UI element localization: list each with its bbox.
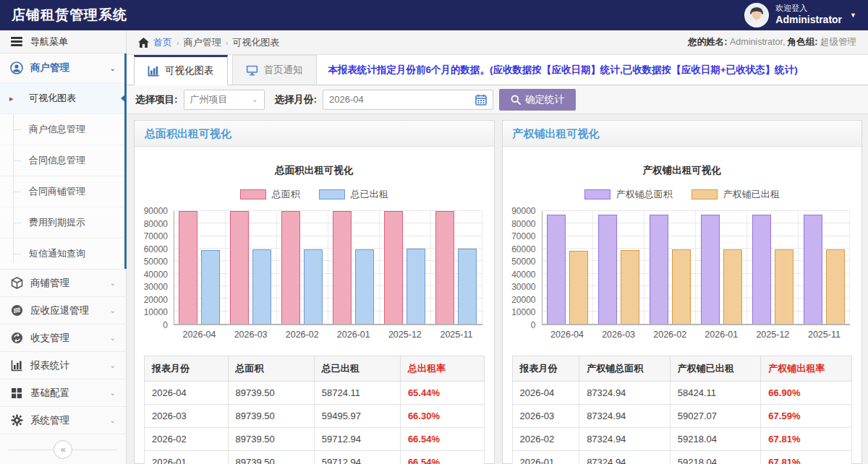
breadcrumb-separator: › [176,38,179,47]
chevron-down-icon: ⌄ [110,334,116,342]
stats-table: 报表月份产权铺总面积产权铺已出租产权铺出租率2026-0487324.94584… [512,356,853,464]
submenu-label: 合同商铺管理 [29,185,85,198]
chart-title: 总面积出租可视化 [135,164,494,177]
tab-home-notice[interactable]: 首页通知 [232,55,317,85]
sidebar-item-merchant-info[interactable]: 商户信息管理 [0,113,126,145]
table-row: 2026-0289739.5059712.9466.54% [145,428,485,451]
column-header: 总出租率 [400,356,484,382]
table-cell: 87324.94 [579,451,671,464]
table-cell: 59495.97 [314,405,400,428]
bar [407,249,425,324]
y-tick-label: 60000 [511,244,535,254]
legend-item: 产权铺已出租 [692,188,780,201]
user-menu[interactable]: 欢迎登入 Administrator ▼ [744,3,856,27]
breadcrumb-item[interactable]: 商户管理 [184,36,221,49]
sidebar-group-reports[interactable]: 报表统计 ⌄ [0,351,126,379]
chart-xlabels: 2026-042026-032026-022026-012025-122025-… [542,330,851,344]
column-header: 产权铺出租率 [761,356,852,382]
chart-yaxis: 0100002000030000400005000060000700008000… [507,211,539,325]
filter-bar: 选择项目: 广州项目 ⌄ 选择月份: 确定统计 [127,85,868,114]
sidebar-nav-header[interactable]: 导航菜单 [0,30,126,53]
legend-swatch [692,189,718,199]
table-cell: 2026-03 [512,405,579,428]
x-tick-label: 2025-11 [430,330,482,344]
table-cell: 87324.94 [579,405,671,428]
bar [547,215,566,324]
legend-swatch [584,189,610,199]
submenu-label: 可视化图表 [29,92,76,105]
project-select[interactable]: 广州项目 ⌄ [184,90,265,110]
submenu-label: 费用到期提示 [29,216,85,229]
sidebar-item-contract-shop[interactable]: 合同商铺管理 [0,176,126,207]
hamburger-icon[interactable] [11,35,22,48]
submenu-label: 短信通知查询 [29,247,85,260]
user-circle-icon [10,61,23,74]
sidebar-item-fee-expiry[interactable]: 费用到期提示 [0,207,126,238]
calendar-icon[interactable] [475,94,487,106]
panel-title: 总面积出租可视化 [135,121,494,147]
bar [621,250,639,324]
bar-group [380,211,431,324]
chevron-down-icon: ⌄ [110,389,116,397]
sidebar-item-visual-charts[interactable]: ▸ 可视化图表 [0,82,126,113]
y-tick-label: 20000 [144,295,168,305]
bar [701,215,720,324]
table-cell: 2026-01 [145,451,229,464]
group-label: 系统管理 [30,414,69,427]
sidebar-group-system[interactable]: 系统管理 ⌄ [0,406,126,434]
bar [252,249,271,324]
table-cell: 66.90% [761,382,852,405]
sidebar-item-contract-info[interactable]: 合同信息管理 [0,145,126,176]
month-input[interactable] [329,94,475,105]
table-row: 2026-0287324.9459218.0467.81% [512,428,852,451]
bar [384,211,403,324]
caret-down-icon[interactable]: ▼ [850,12,856,19]
y-tick-label: 40000 [511,270,535,280]
sidebar-item-sms-query[interactable]: 短信通知查询 [0,238,126,269]
sidebar-group-shops[interactable]: 商铺管理 ⌄ [0,269,126,296]
legend-label: 产权铺总面积 [616,188,673,201]
bar [752,215,771,324]
bar-group [542,211,594,324]
sidebar-group-merchant[interactable]: 商户管理 ⌄ [0,53,126,82]
table-row: 2026-0387324.9459027.0767.59% [512,405,852,428]
y-tick-label: 90000 [511,206,535,216]
y-tick-label: 60000 [144,244,168,254]
bar-group [799,211,850,324]
confirm-statistics-button[interactable]: 确定统计 [499,89,576,111]
bar-group [431,211,482,324]
home-icon [138,38,149,48]
submit-label: 确定统计 [525,93,564,106]
table-cell: 66.54% [400,428,484,451]
column-header: 总已出租 [314,356,400,382]
chevron-down-icon: ⌄ [252,95,258,103]
bar [569,251,588,324]
bar-chart-icon [148,66,159,77]
name-value: Administrator, [730,37,785,47]
panel-title: 产权铺出租可视化 [503,121,862,147]
column-header: 产权铺总面积 [579,356,671,382]
table-cell: 66.30% [400,405,484,428]
legend-item: 总面积 [240,188,300,201]
table-cell: 66.54% [400,451,484,464]
sidebar-group-base-config[interactable]: 基础配置 ⌄ [0,379,126,406]
tab-visual-charts[interactable]: 可视化图表 [134,55,228,85]
role-value: 超级管理 [820,37,856,47]
collapse-sidebar-button[interactable]: « [54,440,72,459]
table-cell: 59712.94 [314,451,400,464]
legend-label: 总已出租 [351,188,388,201]
bar [281,211,300,324]
x-tick-label: 2026-01 [696,330,747,344]
table-row: 2026-0487324.9458424.1166.90% [512,382,852,405]
bar-chart-icon [10,359,23,371]
breadcrumb-home-link[interactable]: 首页 [153,36,172,49]
sidebar-group-receivables[interactable]: 应收应退管理 ⌄ [0,296,126,324]
x-tick-label: 2026-03 [593,330,644,344]
chevron-down-icon: ⌄ [110,416,116,424]
avatar[interactable] [744,3,769,27]
sidebar-group-income-expense[interactable]: 收支管理 ⌄ [0,324,126,351]
active-marker-icon: ▸ [9,94,14,103]
project-label: 选择项目: [135,93,178,106]
panel-total-area: 总面积出租可视化 总面积出租可视化 总面积总已出租 01000020000300… [134,120,495,464]
table-cell: 2026-02 [512,428,579,451]
